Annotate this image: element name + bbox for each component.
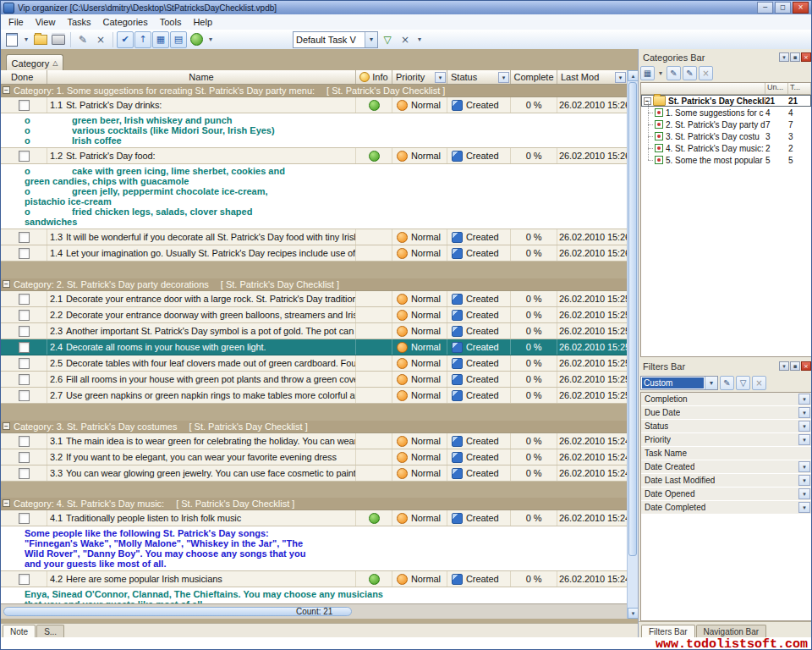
- task-row[interactable]: 2.4Decorate all rooms in your house with…: [1, 339, 627, 355]
- complete-task-button[interactable]: ✔: [117, 31, 134, 48]
- category-header-row[interactable]: −Category: 4. St. Patrick's Day music:[ …: [1, 498, 627, 510]
- vertical-scrollbar[interactable]: ▴ ▾: [627, 70, 638, 619]
- tree-category-item[interactable]: 2. St. Patrick's Day party d77: [641, 118, 811, 130]
- minimize-button[interactable]: −: [757, 2, 773, 14]
- menu-item-help[interactable]: Help: [187, 15, 218, 29]
- tree-category-item[interactable]: 4. St. Patrick's Day music:22: [641, 142, 811, 154]
- last-modified-filter-dropdown-icon[interactable]: ▾: [615, 72, 626, 83]
- task-row[interactable]: 1.2St. Patrick's Day food:NormalCreated0…: [1, 148, 627, 164]
- status-filter-dropdown-icon[interactable]: ▾: [498, 72, 509, 83]
- tree-category-item[interactable]: 1. Some suggestions for c44: [641, 107, 811, 118]
- task-row[interactable]: 1.1St. Patrick's Day drinks:NormalCreate…: [1, 97, 627, 113]
- task-view-combo[interactable]: Default Task V ▾: [293, 31, 378, 48]
- collapse-icon[interactable]: −: [3, 499, 10, 507]
- column-header-last-modified[interactable]: Last Mod ▾: [557, 70, 627, 84]
- sync-dropdown-icon[interactable]: ▾: [206, 31, 216, 48]
- column-header-name[interactable]: Name: [47, 70, 356, 84]
- menu-item-file[interactable]: File: [3, 15, 30, 29]
- task-checkbox[interactable]: [19, 358, 30, 369]
- sync-button[interactable]: [188, 31, 205, 48]
- filter-row[interactable]: Priority▾: [641, 433, 811, 447]
- menu-item-tools[interactable]: Tools: [154, 15, 188, 29]
- tree-column-total[interactable]: T...: [788, 83, 811, 94]
- filter-dropdown-icon[interactable]: ▾: [798, 394, 810, 405]
- filter-preset-combo[interactable]: Custom ▾: [640, 376, 718, 390]
- category-header-row[interactable]: −Category: 1. Some suggestions for creat…: [1, 85, 627, 97]
- categories-close-icon[interactable]: ×: [801, 52, 811, 62]
- collapse-icon[interactable]: −: [3, 422, 10, 430]
- list-view-button[interactable]: ▤: [170, 31, 187, 48]
- task-row[interactable]: 2.7Use green napkins or green napkin rin…: [1, 388, 627, 404]
- filter-dropdown-icon[interactable]: ▾: [798, 434, 810, 445]
- task-checkbox[interactable]: [19, 294, 30, 305]
- tree-category-item[interactable]: 5. Some the most popular55: [641, 154, 811, 166]
- collapse-icon[interactable]: −: [3, 86, 10, 94]
- priority-filter-dropdown-icon[interactable]: ▾: [435, 72, 446, 83]
- print-icon[interactable]: [50, 31, 67, 48]
- filter-row[interactable]: Task Name: [641, 447, 811, 460]
- edit-task-icon[interactable]: ✎: [74, 31, 91, 48]
- clear-filter-icon[interactable]: ×: [397, 31, 414, 48]
- menu-item-categories[interactable]: Categories: [97, 15, 154, 29]
- tree-column-undone[interactable]: Un...: [765, 83, 788, 94]
- filter-dropdown-icon[interactable]: ▾: [798, 475, 810, 486]
- task-view-dropdown-icon[interactable]: ▾: [365, 32, 377, 47]
- filter-row[interactable]: Date Opened▾: [641, 488, 811, 501]
- task-checkbox[interactable]: [19, 452, 30, 463]
- scrollbar-thumb[interactable]: [628, 82, 637, 556]
- filter-row[interactable]: Date Last Modified▾: [641, 474, 811, 488]
- task-checkbox[interactable]: [19, 100, 30, 111]
- close-button[interactable]: ×: [793, 2, 809, 14]
- task-checkbox[interactable]: [19, 436, 30, 447]
- task-checkbox[interactable]: [19, 374, 30, 385]
- task-row[interactable]: 2.1Decorate your entrance door with a la…: [1, 291, 627, 307]
- task-checkbox[interactable]: [19, 468, 30, 479]
- task-checkbox[interactable]: [19, 310, 30, 321]
- filter-row[interactable]: Completion▾: [641, 393, 811, 406]
- filter-row[interactable]: Date Created▾: [641, 460, 811, 474]
- delete-filter-icon[interactable]: ×: [752, 376, 766, 390]
- filter-icon[interactable]: ▽: [379, 31, 396, 48]
- filter-row[interactable]: Date Completed▾: [641, 501, 811, 515]
- filters-menu-icon[interactable]: ▾: [779, 361, 789, 371]
- tab-filters-bar[interactable]: Filters Bar: [641, 625, 695, 637]
- column-header-done[interactable]: Done: [1, 70, 47, 84]
- task-checkbox[interactable]: [19, 574, 30, 585]
- menu-item-view[interactable]: View: [30, 15, 62, 29]
- reset-filter-icon[interactable]: ▽: [736, 376, 750, 390]
- edit-filter-icon[interactable]: ✎: [720, 376, 734, 390]
- task-row[interactable]: 1.4Let your imagination go. Usually St. …: [1, 245, 627, 262]
- task-row[interactable]: 3.2If you want to be elegant, you can we…: [1, 449, 627, 465]
- tab-note[interactable]: Note: [3, 625, 36, 637]
- edit-category-icon[interactable]: ✎: [683, 66, 697, 80]
- category-header-row[interactable]: −Category: 2. St. Patrick's Day party de…: [1, 278, 627, 291]
- new-task-icon[interactable]: [3, 31, 20, 48]
- tab-subtasks[interactable]: S...: [36, 625, 64, 637]
- column-header-info[interactable]: Info: [356, 70, 392, 84]
- task-checkbox[interactable]: [19, 151, 30, 162]
- task-checkbox[interactable]: [19, 390, 30, 401]
- new-task-dropdown-icon[interactable]: ▾: [21, 31, 31, 48]
- delete-category-icon[interactable]: ×: [699, 66, 713, 80]
- task-row[interactable]: 2.5Decorate tables with four leaf clover…: [1, 355, 627, 372]
- tree-category-item[interactable]: 3. St. Patrick's Day costu33: [641, 130, 811, 142]
- task-row[interactable]: 3.3You can wear glowing green jewelry. Y…: [1, 465, 627, 482]
- add-category-icon[interactable]: ✎: [667, 66, 681, 80]
- priority-up-button[interactable]: ↑: [134, 31, 151, 48]
- menu-item-tasks[interactable]: Tasks: [61, 15, 96, 29]
- category-view-icon[interactable]: ▦: [640, 66, 655, 80]
- task-checkbox[interactable]: [19, 513, 30, 524]
- filter-dropdown-icon[interactable]: ▾: [798, 407, 810, 418]
- filters-pin-icon[interactable]: ▪: [790, 361, 800, 371]
- collapse-icon[interactable]: −: [3, 280, 10, 288]
- task-checkbox[interactable]: [19, 232, 30, 243]
- filters-close-icon[interactable]: ×: [801, 361, 811, 371]
- title-bar[interactable]: Vip organizer [C:\Users\dmitry\Desktop\S…: [1, 1, 811, 14]
- task-row[interactable]: 1.3It will be wonderful if you decorate …: [1, 229, 627, 245]
- column-header-status[interactable]: Status ▾: [447, 70, 511, 84]
- task-row[interactable]: 3.1The main idea is to wear green for ce…: [1, 433, 627, 449]
- task-row[interactable]: 4.2Here are some popular Irish musicians…: [1, 571, 627, 587]
- categories-pin-icon[interactable]: ▪: [790, 52, 800, 62]
- category-view-dropdown-icon[interactable]: ▾: [656, 66, 665, 80]
- tab-navigation-bar[interactable]: Navigation Bar: [696, 625, 767, 637]
